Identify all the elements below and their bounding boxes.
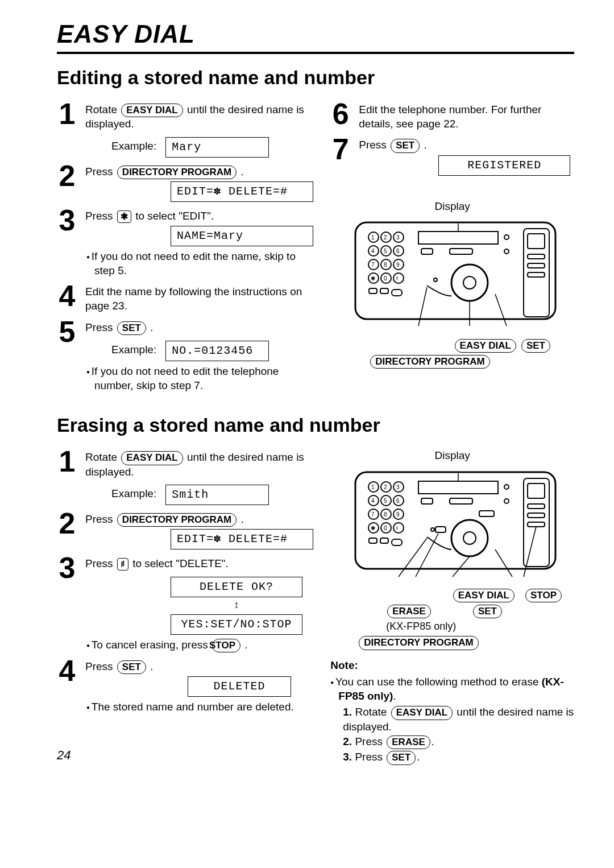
svg-rect-73 — [418, 481, 498, 494]
directory-program-button: DIRECTORY PROGRAM — [359, 636, 478, 650]
step-number: 4 — [57, 283, 77, 313]
svg-rect-84 — [528, 483, 545, 498]
easy-dial-button: EASY DIAL — [453, 589, 515, 602]
directory-program-button: DIRECTORY PROGRAM — [117, 513, 237, 527]
step-text: Rotate EASY DIAL until the desired name … — [85, 104, 304, 130]
step-number: 6 — [330, 101, 351, 131]
svg-text:7: 7 — [371, 262, 375, 268]
svg-point-32 — [504, 249, 509, 254]
note-step: 1. Rotate EASY DIAL until the desired na… — [343, 705, 574, 734]
svg-rect-82 — [435, 527, 446, 532]
step-number: 7 — [330, 137, 351, 175]
svg-line-91 — [495, 549, 512, 577]
step-text: Press SET . — [85, 321, 153, 333]
section-editing-title: Editing a stored name and number — [57, 67, 574, 89]
erase-button: ERASE — [387, 605, 431, 618]
chapter-title: EASY DIAL — [57, 20, 574, 54]
easy-dial-button: EASY DIAL — [121, 451, 182, 465]
svg-point-35 — [434, 278, 437, 282]
svg-point-79 — [451, 520, 488, 556]
example-label: Example: — [111, 487, 156, 501]
svg-point-31 — [504, 235, 509, 239]
svg-point-77 — [504, 485, 509, 489]
svg-text:4: 4 — [371, 248, 375, 254]
svg-text:8: 8 — [384, 511, 387, 518]
note-step: 2. Press ERASE. — [343, 735, 574, 749]
svg-rect-39 — [528, 263, 545, 268]
easy-dial-button: EASY DIAL — [455, 339, 516, 353]
svg-rect-71 — [380, 538, 388, 543]
svg-text:9: 9 — [396, 262, 400, 268]
step-text: Edit the name by following the instructi… — [85, 286, 302, 312]
svg-point-78 — [504, 499, 509, 503]
svg-point-12 — [393, 273, 404, 283]
svg-text:0: 0 — [384, 525, 387, 531]
lcd-display: Mary — [165, 137, 269, 158]
svg-text:2: 2 — [384, 234, 387, 241]
svg-text:2: 2 — [384, 484, 387, 490]
step-number: 2 — [57, 511, 77, 549]
svg-line-43 — [495, 294, 507, 326]
note-step: 3. Press SET. — [343, 750, 574, 764]
lcd-display: Smith — [165, 485, 269, 505]
lcd-display: REGISTERED — [438, 155, 570, 176]
hash-key: ♯ — [117, 558, 128, 571]
svg-line-44 — [418, 287, 427, 326]
svg-text:♯: ♯ — [396, 275, 399, 282]
step-number: 5 — [57, 319, 77, 393]
step-text: Press ♯ to select "DELETE". — [85, 557, 229, 569]
svg-rect-87 — [528, 522, 545, 527]
svg-rect-85 — [528, 504, 545, 509]
svg-rect-25 — [369, 288, 377, 294]
svg-rect-29 — [421, 249, 433, 254]
svg-text:7: 7 — [371, 511, 375, 518]
svg-text:0: 0 — [384, 275, 387, 282]
svg-rect-70 — [369, 538, 377, 543]
set-button: SET — [117, 321, 146, 335]
step-text: Rotate EASY DIAL until the desired name … — [85, 451, 304, 477]
svg-text:8: 8 — [384, 262, 387, 268]
erase-button: ERASE — [387, 735, 430, 749]
device-illustration: 123 456 789 ✱0♯ — [353, 470, 558, 578]
lcd-display: NO.=0123456 — [165, 341, 269, 361]
svg-line-89 — [453, 556, 470, 577]
set-button: SET — [473, 605, 502, 618]
device-illustration: 123 456 789 ✱0♯ — [353, 220, 558, 328]
step-number: 3 — [57, 555, 77, 652]
set-button: SET — [117, 660, 146, 674]
step-text: Press SET . — [359, 139, 426, 151]
svg-rect-38 — [528, 254, 545, 259]
step-text: Press DIRECTORY PROGRAM . — [85, 166, 244, 177]
step-number: 3 — [57, 208, 77, 278]
svg-rect-76 — [479, 511, 494, 516]
directory-program-button: DIRECTORY PROGRAM — [370, 355, 489, 369]
svg-rect-30 — [450, 249, 472, 254]
svg-line-93 — [399, 538, 427, 577]
svg-text:1: 1 — [371, 484, 375, 490]
svg-point-57 — [393, 523, 404, 533]
step-number: 4 — [57, 658, 77, 714]
svg-point-33 — [451, 264, 488, 301]
svg-rect-28 — [418, 232, 498, 244]
display-callout-label: Display — [330, 449, 574, 463]
svg-text:5: 5 — [384, 498, 387, 504]
svg-rect-26 — [380, 288, 388, 294]
step-number: 1 — [57, 101, 77, 158]
lcd-display: EDIT=✽ DELETE=# — [171, 181, 313, 202]
lcd-display: YES:SET/NO:STOP — [171, 614, 302, 635]
step-number: 2 — [57, 163, 77, 202]
svg-text:9: 9 — [396, 511, 400, 518]
svg-line-92 — [416, 534, 438, 577]
step-note: To cancel erasing, press STOP . — [86, 638, 313, 652]
svg-rect-27 — [392, 290, 402, 296]
stop-button: STOP — [525, 589, 562, 602]
device-callout-labels: EASY DIAL SET DIRECTORY PROGRAM — [358, 338, 574, 370]
step-text: Press ✱ to select "EDIT". — [85, 210, 214, 222]
example-label: Example: — [111, 343, 156, 357]
svg-text:✱: ✱ — [371, 275, 375, 282]
svg-text:♯: ♯ — [396, 525, 399, 531]
svg-point-81 — [431, 528, 434, 531]
svg-rect-72 — [392, 539, 402, 545]
svg-point-34 — [463, 276, 476, 289]
svg-rect-74 — [421, 498, 433, 504]
